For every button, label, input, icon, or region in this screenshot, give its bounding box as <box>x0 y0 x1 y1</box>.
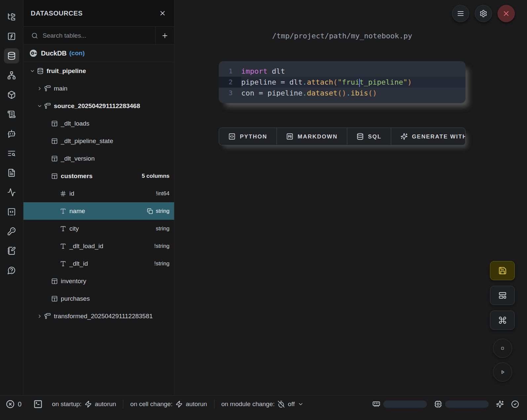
close-icon <box>159 10 166 17</box>
setting-label: on cell change: <box>130 401 172 408</box>
rail-item-file-explorer[interactable] <box>4 9 19 24</box>
tree-item-inventory[interactable]: inventory <box>23 272 174 290</box>
command-icon <box>498 316 507 325</box>
column-meta: !string <box>154 243 169 249</box>
menu-button[interactable] <box>452 5 469 22</box>
add-datasource-button[interactable] <box>155 27 174 44</box>
terminal-button[interactable] <box>33 400 43 409</box>
tree-item-purchases[interactable]: purchases <box>23 290 174 307</box>
folder-tree-icon <box>7 13 16 21</box>
table-icon <box>51 155 58 162</box>
on-cell-change-setting[interactable]: on cell change: autorun <box>130 401 207 408</box>
menu-icon <box>457 10 465 18</box>
rail-item-chat[interactable] <box>4 126 19 141</box>
engine-row-duckdb[interactable]: DuckDB (con) <box>23 45 174 62</box>
rail-item-notebook[interactable] <box>4 243 19 258</box>
on-startup-setting[interactable]: on startup: autorun <box>52 401 116 408</box>
function-square-icon <box>7 32 16 41</box>
line-number: 3 <box>219 88 241 98</box>
rail-item-scratchpad[interactable] <box>4 146 19 161</box>
cpu-usage <box>434 400 489 408</box>
tree-item-city[interactable]: citystring <box>23 220 174 237</box>
sparkles-icon <box>400 133 408 140</box>
button-label: PYTHON <box>240 134 267 140</box>
stop-button[interactable] <box>493 339 512 358</box>
duckdb-logo-icon <box>29 49 38 57</box>
status-bar-row: 0 on startup: autorun on cell change: au… <box>0 396 527 413</box>
engine-name: DuckDB <box>41 50 67 57</box>
tree-item-label: _dlt_load_id <box>69 243 103 250</box>
tree-item-_dlt_load_id[interactable]: _dlt_load_id!string <box>23 237 174 255</box>
rail-item-snippets[interactable] <box>4 204 19 219</box>
type-icon <box>60 208 66 214</box>
database-icon <box>7 52 16 60</box>
notebook-toolbar <box>452 5 515 22</box>
rail-item-tracing[interactable] <box>4 185 19 200</box>
tree-item-label: id <box>69 190 74 197</box>
code-line-1: 1import dlt <box>219 66 466 77</box>
tree-item-_dlt_pipeline_state[interactable]: _dlt_pipeline_state <box>23 132 174 150</box>
rail-item-functions[interactable] <box>4 29 19 44</box>
rail-item-secrets[interactable] <box>4 224 19 239</box>
panel-close-button[interactable] <box>159 10 166 17</box>
table-icon <box>51 295 58 302</box>
add-python-button[interactable]: PYTHON <box>219 128 277 145</box>
database-icon <box>357 133 364 140</box>
panels-icon <box>498 291 507 300</box>
tree-item-source_202504291112283468[interactable]: source_202504291112283468 <box>23 97 174 115</box>
setting-value: autorun <box>186 401 207 408</box>
zap-icon <box>175 401 183 408</box>
tree-item-customers[interactable]: customers5 columns <box>23 167 174 185</box>
tree-item-_dlt_version[interactable]: _dlt_version <box>23 150 174 167</box>
square-code-dashed-icon <box>7 208 16 216</box>
tree-item-label: city <box>69 225 79 232</box>
button-label: MARKDOWN <box>298 134 338 140</box>
tree-item-main[interactable]: main <box>23 80 174 97</box>
table-meta: 5 columns <box>142 173 169 179</box>
tree-item-transformed_202504291112283581[interactable]: transformed_202504291112283581 <box>23 307 174 325</box>
rail-item-dependencies[interactable] <box>4 68 19 83</box>
paint-roller-icon <box>44 103 51 109</box>
rail-item-datasources[interactable] <box>4 48 19 63</box>
on-module-change-setting[interactable]: on module change: off <box>221 401 304 408</box>
column-meta: string <box>147 208 169 214</box>
rail-item-documentation[interactable] <box>4 165 19 180</box>
run-button[interactable] <box>493 363 512 382</box>
settings-icon <box>479 10 487 18</box>
datasource-tree: fruit_pipeline main source_2025042911122… <box>23 62 174 325</box>
hash-icon <box>60 190 66 197</box>
divider <box>214 400 214 409</box>
table-icon <box>51 173 58 179</box>
rail-item-packages[interactable] <box>4 87 19 102</box>
settings-button[interactable] <box>475 5 492 22</box>
search-input[interactable] <box>38 32 155 39</box>
tree-item-label: name <box>69 208 85 215</box>
cpu-gauge <box>445 401 489 408</box>
tree-item-name[interactable]: namestring <box>23 202 174 220</box>
tree-item-id[interactable]: id!int64 <box>23 185 174 202</box>
app-window: DATASOURCES DuckDB (con) fruit_pipeline … <box>0 0 527 395</box>
tree-item-label: purchases <box>61 295 90 302</box>
tree-item-fruit_pipeline[interactable]: fruit_pipeline <box>23 62 174 80</box>
shutdown-button[interactable] <box>498 5 515 22</box>
table-icon <box>51 120 58 127</box>
tree-item-_dlt_loads[interactable]: _dlt_loads <box>23 115 174 132</box>
paint-roller-icon <box>44 313 51 320</box>
command-palette-button[interactable] <box>490 311 515 330</box>
error-indicator[interactable]: 0 <box>6 400 21 408</box>
layout-button[interactable] <box>490 286 515 305</box>
setting-value: autorun <box>95 401 116 408</box>
ai-assist-button[interactable] <box>496 400 504 408</box>
connected-button[interactable] <box>511 400 519 408</box>
add-sql-button[interactable]: SQL <box>347 128 391 145</box>
code-line-2: 2pipeline = dlt.attach("fruit_pipeline") <box>219 77 466 88</box>
tree-item-_dlt_id[interactable]: _dlt_id!string <box>23 255 174 272</box>
add-markdown-button[interactable]: MARKDOWN <box>277 128 347 145</box>
tree-item-label: transformed_202504291112283581 <box>54 313 153 320</box>
save-button[interactable] <box>490 261 515 280</box>
generate-ai-button[interactable]: GENERATE WITH AI <box>391 128 466 145</box>
rail-item-logs[interactable] <box>4 107 19 122</box>
rail-item-help[interactable] <box>4 263 19 278</box>
engine-connection: (con) <box>69 50 85 57</box>
code-cell[interactable]: 1import dlt 2pipeline = dlt.attach("frui… <box>219 61 466 103</box>
